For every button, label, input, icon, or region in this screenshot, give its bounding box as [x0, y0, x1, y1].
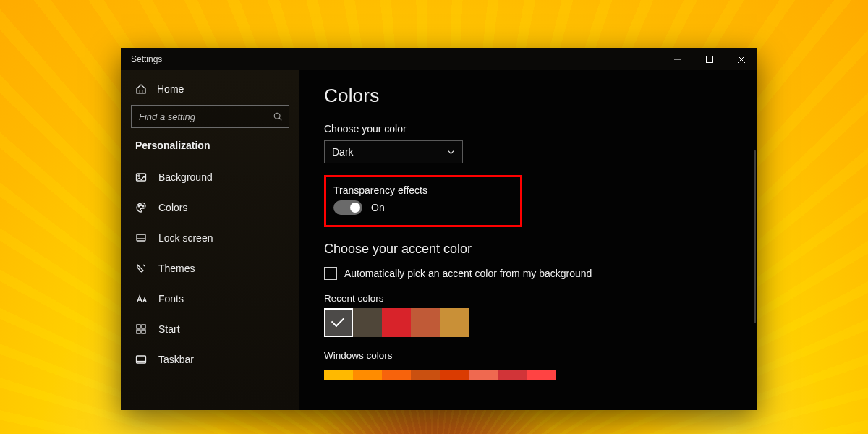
svg-rect-15	[137, 330, 140, 333]
auto-accent-checkbox[interactable]: Automatically pick an accent color from …	[324, 267, 724, 280]
color-swatch[interactable]	[527, 370, 556, 380]
choose-color-label: Choose your color	[324, 123, 724, 135]
color-swatch[interactable]	[411, 370, 440, 380]
color-swatch[interactable]	[440, 308, 469, 337]
scrollbar[interactable]	[754, 150, 756, 323]
highlight-callout: Transparency effects On	[324, 175, 522, 227]
sidebar-item-label: Fonts	[158, 293, 184, 305]
sidebar-item-label: Background	[158, 171, 213, 183]
page-title: Colors	[324, 85, 724, 107]
picture-icon	[135, 171, 147, 183]
recent-colors-label: Recent colors	[324, 293, 724, 304]
minimize-button[interactable]	[662, 48, 694, 70]
sidebar-item-taskbar[interactable]: Taskbar	[131, 345, 289, 374]
color-swatch[interactable]	[382, 308, 411, 337]
home-icon	[135, 83, 147, 95]
toggle-state: On	[371, 202, 385, 213]
svg-rect-16	[142, 330, 145, 333]
transparency-label: Transparency effects	[333, 184, 510, 196]
color-swatch[interactable]	[382, 370, 411, 380]
sidebar-item-background[interactable]: Background	[131, 163, 289, 192]
maximize-button[interactable]	[694, 48, 726, 70]
checkbox-icon	[324, 267, 337, 280]
taskbar-icon	[135, 354, 147, 365]
window-controls	[662, 48, 757, 70]
svg-rect-17	[137, 356, 146, 363]
color-swatch[interactable]	[411, 308, 440, 337]
svg-rect-13	[137, 325, 140, 328]
windows-colors-label: Windows colors	[324, 350, 724, 361]
color-swatch[interactable]	[469, 370, 498, 380]
transparency-toggle[interactable]	[333, 200, 362, 215]
recent-colors	[324, 308, 724, 337]
search-icon	[273, 111, 283, 122]
fonts-icon	[135, 293, 147, 305]
color-swatch[interactable]	[353, 370, 382, 380]
color-swatch[interactable]	[324, 370, 353, 380]
sidebar: Home Personalization Background	[121, 70, 299, 410]
svg-rect-11	[137, 234, 145, 241]
settings-window: Settings Home	[121, 48, 757, 410]
desktop-wallpaper: Settings Home	[0, 0, 868, 434]
lockscreen-icon	[135, 232, 147, 244]
sidebar-item-fonts[interactable]: Fonts	[131, 284, 289, 313]
svg-line-5	[279, 118, 281, 120]
svg-point-8	[138, 205, 140, 207]
toggle-knob	[350, 203, 360, 213]
search-input[interactable]	[131, 105, 289, 128]
svg-rect-1	[707, 56, 713, 63]
svg-point-7	[138, 175, 140, 176]
sidebar-item-lockscreen[interactable]: Lock screen	[131, 224, 289, 252]
close-button[interactable]	[726, 48, 757, 70]
start-icon	[135, 323, 147, 335]
color-swatch[interactable]	[498, 370, 527, 380]
sidebar-item-label: Taskbar	[158, 354, 194, 365]
color-swatch[interactable]	[353, 308, 382, 337]
search-field[interactable]	[139, 111, 273, 122]
svg-point-10	[142, 205, 144, 207]
sidebar-heading: Personalization	[131, 128, 289, 158]
color-swatch[interactable]	[440, 370, 469, 380]
svg-point-9	[140, 205, 142, 206]
window-title: Settings	[131, 54, 162, 64]
sidebar-item-start[interactable]: Start	[131, 315, 289, 344]
color-swatch[interactable]	[324, 308, 353, 337]
accent-heading: Choose your accent color	[324, 242, 724, 257]
sidebar-item-label: Lock screen	[158, 232, 213, 244]
choose-color-dropdown[interactable]: Dark	[324, 140, 463, 163]
titlebar: Settings	[121, 48, 757, 70]
sidebar-item-label: Colors	[158, 202, 187, 213]
sidebar-item-label: Start	[158, 323, 180, 335]
content-pane: Colors Choose your color Dark Transparen…	[299, 70, 757, 410]
sidebar-item-label: Themes	[158, 263, 195, 274]
home-label: Home	[157, 83, 184, 95]
chevron-down-icon	[447, 148, 455, 156]
dropdown-value: Dark	[332, 146, 354, 158]
windows-colors	[324, 370, 724, 380]
palette-icon	[135, 202, 147, 213]
auto-accent-label: Automatically pick an accent color from …	[344, 268, 592, 279]
sidebar-nav: Background Colors Lock screen Themes	[131, 163, 289, 374]
svg-rect-14	[142, 325, 145, 328]
svg-point-4	[274, 113, 280, 119]
sidebar-item-themes[interactable]: Themes	[131, 254, 289, 283]
home-button[interactable]: Home	[131, 77, 289, 105]
sidebar-item-colors[interactable]: Colors	[131, 193, 289, 222]
themes-icon	[135, 263, 147, 274]
